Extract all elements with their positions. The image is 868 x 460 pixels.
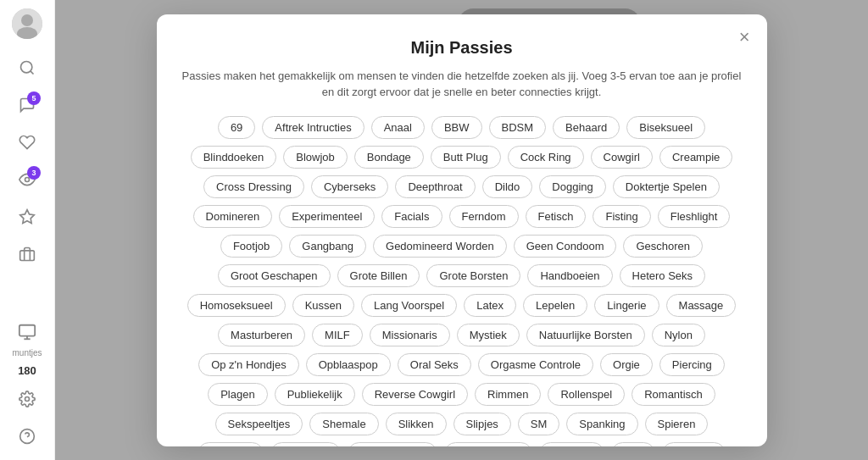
tag-item[interactable]: Plagen [208,383,267,406]
tag-item[interactable]: Grote Billen [337,264,420,287]
help-icon[interactable] [12,421,42,452]
tag-item[interactable]: Rollenspel [548,383,625,406]
tag-item[interactable]: Natuurlijke Borsten [526,324,645,346]
tag-item[interactable]: Cock Ring [508,146,584,169]
tag-item[interactable]: Masturberen [218,324,305,346]
heart-icon[interactable] [12,127,42,158]
tag-item[interactable]: Swinger [539,442,604,446]
tag-item[interactable]: Spanking [566,413,637,435]
settings-icon[interactable] [12,384,42,414]
tag-item[interactable]: Experimenteel [279,205,375,228]
tag-item[interactable]: Handboeien [527,264,612,287]
tag-item[interactable]: Geen Condoom [514,235,617,258]
modal-description: Passies maken het gemakkelijk om mensen … [182,68,742,101]
passies-modal: Mijn Passies × Passies maken het gemakke… [157,14,767,446]
tag-item[interactable]: Hetero Seks [620,264,706,287]
tag-item[interactable]: Fetisch [526,205,587,228]
tag-item[interactable]: Blinddoeken [191,146,277,169]
svg-point-11 [25,397,30,402]
tag-item[interactable]: Cyberseks [311,175,388,198]
tag-item[interactable]: Aftrek Intructies [262,116,364,139]
tag-item[interactable]: Groot Geschapen [218,264,331,287]
tag-item[interactable]: MILF [312,324,363,346]
search-icon[interactable] [12,53,42,83]
tag-item[interactable]: Cowgirl [591,146,653,169]
svg-rect-8 [19,325,35,336]
tag-item[interactable]: Footjob [220,235,282,258]
tag-item[interactable]: Creampie [659,146,732,169]
tag-item[interactable]: Anaal [371,116,425,139]
tag-item[interactable]: Gangbang [289,235,366,258]
tag-item[interactable]: Mystiek [457,324,520,346]
tag-item[interactable]: Lepelen [523,294,587,317]
tag-item[interactable]: Slipjes [453,413,511,435]
tag-item[interactable]: Lingerie [594,294,659,317]
tag-item[interactable]: Publiekelijk [275,383,355,406]
tag-item[interactable]: Cross Dressing [203,175,304,198]
tag-item[interactable]: Uniform [662,442,726,446]
tag-item[interactable]: Butt Plug [431,146,501,169]
tag-item[interactable]: BDSM [489,116,547,139]
svg-point-5 [25,178,30,182]
tag-item[interactable]: Lang Voorspel [361,294,457,317]
svg-point-3 [21,62,32,73]
star-icon[interactable] [12,202,42,232]
tag-item[interactable]: 69 [218,116,255,139]
tag-item[interactable]: Dogging [539,175,605,198]
sidebar: 5 3 muntjes 180 [0,0,55,460]
tag-item[interactable]: Piercing [659,353,725,376]
tag-item[interactable]: Trio [611,442,655,446]
tag-item[interactable]: Sekspeeltjes [215,413,303,435]
tag-item[interactable]: Blowjob [283,146,348,169]
tag-item[interactable]: Facials [381,205,442,228]
eye-icon[interactable]: 3 [12,164,42,195]
tag-item[interactable]: Deepthroat [395,175,475,198]
modal-overlay[interactable]: Mijn Passies × Passies maken het gemakke… [55,0,868,460]
tag-item[interactable]: Sugar Mama [444,442,532,446]
tag-item[interactable]: Oral Seks [398,353,471,376]
tag-item[interactable]: Fisting [593,205,650,228]
tag-item[interactable]: Dildo [482,175,533,198]
tag-item[interactable]: Romantisch [632,383,715,406]
tag-item[interactable]: Latex [464,294,516,317]
tag-item[interactable]: Bondage [354,146,424,169]
tag-item[interactable]: Ferndom [449,205,519,228]
tag-item[interactable]: Homoseksueel [187,294,286,317]
tag-item[interactable]: Gedomineerd Worden [373,235,507,258]
svg-rect-7 [20,251,35,261]
tag-item[interactable]: Opblaaspop [306,353,391,376]
tag-item[interactable]: Behaard [553,116,620,139]
messages-icon[interactable]: 5 [12,90,42,120]
tag-item[interactable]: Stelletjes [270,442,341,446]
tag-item[interactable]: Shemale [309,413,378,435]
tag-item[interactable]: Grote Borsten [426,264,520,287]
tag-item[interactable]: Massage [666,294,737,317]
tag-item[interactable]: Reverse Cowgirl [362,383,468,406]
tag-item[interactable]: Doktertje Spelen [613,175,720,198]
tag-item[interactable]: Geschoren [623,235,703,258]
tag-item[interactable]: Squirten [198,442,264,446]
tag-item[interactable]: Orgie [600,353,653,376]
tag-item[interactable]: Fleshlight [658,205,731,228]
tag-item[interactable]: Rimmen [475,383,541,406]
tag-item[interactable]: Kussen [292,294,354,317]
tag-item[interactable]: Spieren [645,413,709,435]
tag-item[interactable]: Orgasme Controle [478,353,593,376]
tag-item[interactable]: Sugar Daddy [348,442,437,446]
tag-item[interactable]: Slikken [386,413,447,435]
tag-item[interactable]: Op z'n Hondjes [198,353,298,376]
svg-point-1 [21,14,33,26]
modal-title: Mijn Passies [182,38,742,58]
tag-item[interactable]: Domineren [193,205,273,228]
svg-line-4 [31,71,34,75]
tag-item[interactable]: Biseksueel [626,116,705,139]
coins-section: muntjes 180 [12,323,42,452]
tag-item[interactable]: Nylon [652,324,705,346]
shop-icon[interactable] [12,239,42,269]
modal-close-button[interactable]: × [739,28,750,47]
svg-marker-6 [20,210,35,224]
tag-item[interactable]: Missionaris [370,324,450,346]
avatar[interactable] [12,8,42,39]
tag-item[interactable]: SM [518,413,560,435]
tag-item[interactable]: BBW [431,116,482,139]
